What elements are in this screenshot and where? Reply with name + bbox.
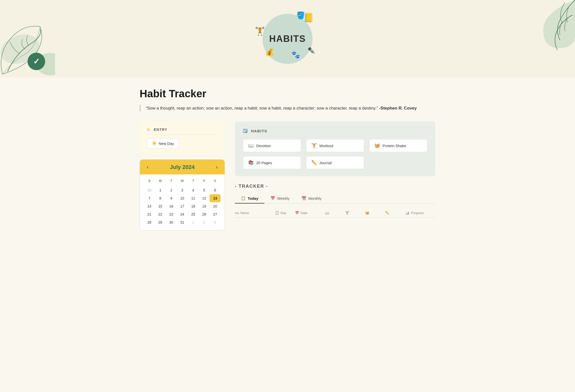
col-progress-icon: 📊	[405, 211, 409, 215]
cal-day-22[interactable]: 22	[155, 210, 166, 218]
habit-workout-button[interactable]: 🏋️ Workout	[306, 139, 364, 152]
left-column: ⛅ ENTRY ☀️ New Day ‹ July 2024 › S	[140, 122, 225, 231]
cal-day-30[interactable]: 30	[166, 218, 177, 226]
calendar-month-year: July 2024	[170, 164, 195, 170]
col-devotion-icon: 📖	[325, 211, 329, 215]
col-date-icon: 📅	[295, 211, 299, 215]
cal-day-26[interactable]: 26	[199, 210, 210, 218]
cal-day-11[interactable]: 11	[188, 194, 199, 202]
pages-icon: 📚	[248, 160, 254, 165]
cal-day-3[interactable]: 3	[177, 186, 188, 194]
cal-day-20[interactable]: 20	[210, 202, 221, 210]
quote-author: -Stephen R. Covey	[379, 106, 417, 111]
cal-day-27[interactable]: 27	[210, 210, 221, 218]
cal-day-29[interactable]: 29	[155, 218, 166, 226]
devotion-label: Devotion	[256, 144, 271, 148]
col-day-label: Day	[280, 211, 286, 215]
cal-day-16[interactable]: 16	[166, 202, 177, 210]
calendar-weekdays: S M T W T F S	[144, 177, 221, 185]
col-protein: 🧺	[365, 211, 385, 215]
cal-day-18[interactable]: 18	[188, 202, 199, 210]
header-banner: ✓ 🪣 📒 🏋️ 💰 🐾 ✒️ HABITS	[0, 0, 575, 78]
cal-day-3-next[interactable]: 3	[210, 218, 221, 226]
cal-day-5[interactable]: 5	[199, 186, 210, 194]
col-date: 📅 Date	[295, 211, 325, 215]
habits-box-header: ☑️ HABITS	[243, 129, 427, 133]
col-journal: ✏️	[385, 211, 405, 215]
cal-day-17[interactable]: 17	[177, 202, 188, 210]
habit-protein-shake-button[interactable]: 🧺 Protein Shake	[369, 139, 427, 152]
habit-devotion-button[interactable]: 📖 Devotion	[243, 139, 301, 152]
journal-icon: ✏️	[311, 160, 317, 165]
tab-weekly[interactable]: 📅 Weekly	[264, 193, 296, 204]
cal-day-14[interactable]: 14	[144, 202, 155, 210]
weekday-s1: S	[144, 177, 155, 185]
habits-grid: 📖 Devotion 🏋️ Workout 🧺 Protein Shake 📚 …	[243, 139, 427, 169]
entry-box: ⛅ ENTRY ☀️ New Day	[140, 122, 225, 154]
tracker-section: - TRACKER - 📋 Today 📅 Weekly 📆 Monthly	[235, 184, 435, 218]
col-protein-icon: 🧺	[365, 211, 369, 215]
new-day-button[interactable]: ☀️ New Day	[147, 138, 179, 148]
cal-day-2[interactable]: 2	[166, 186, 177, 194]
col-name-label: Name	[240, 211, 249, 215]
cal-day-1-next[interactable]: 1	[188, 218, 199, 226]
col-workout: 🏋️	[345, 211, 365, 215]
tab-today[interactable]: 📋 Today	[235, 193, 264, 204]
col-workout-icon: 🏋️	[345, 211, 349, 215]
calendar-body: S M T W T F S 30 1 2 3 4	[140, 174, 225, 230]
quote-block: “Sow a thought, reap an action; sow an a…	[140, 105, 435, 112]
weekday-t2: T	[188, 177, 199, 185]
cal-day-19[interactable]: 19	[199, 202, 210, 210]
cal-day-2-next[interactable]: 2	[199, 218, 210, 226]
paw-icon: 🐾	[291, 51, 300, 59]
leaf-left-decoration	[0, 9, 55, 78]
cal-day-7[interactable]: 7	[144, 194, 155, 202]
check-badge: ✓	[28, 53, 45, 70]
tracker-table-header: Aa Name 📋 Day 📅 Date 📖 🏋	[235, 209, 435, 218]
cal-day-30-prev[interactable]: 30	[144, 186, 155, 194]
entry-header: ⛅ ENTRY	[147, 128, 218, 135]
page-title: Habit Tracker	[140, 88, 435, 100]
right-column: ☑️ HABITS 📖 Devotion 🏋️ Workout 🧺 Protei…	[235, 122, 435, 218]
cal-day-28[interactable]: 28	[144, 218, 155, 226]
weekday-w: W	[177, 177, 188, 185]
calendar-next-button[interactable]: ›	[214, 163, 220, 171]
cal-day-31[interactable]: 31	[177, 218, 188, 226]
cal-day-15[interactable]: 15	[155, 202, 166, 210]
new-day-label: New Day	[159, 141, 174, 146]
cal-day-25[interactable]: 25	[188, 210, 199, 218]
main-content: Habit Tracker “Sow a thought, reap an ac…	[125, 78, 450, 246]
tracker-tabs: 📋 Today 📅 Weekly 📆 Monthly	[235, 193, 435, 204]
cal-day-21[interactable]: 21	[144, 210, 155, 218]
quill-icon: ✒️	[308, 47, 315, 54]
sun-icon: ☀️	[152, 141, 157, 146]
habits-box: ☑️ HABITS 📖 Devotion 🏋️ Workout 🧺 Protei…	[235, 122, 435, 176]
calendar-prev-button[interactable]: ‹	[145, 163, 151, 171]
habits-label: HABITS	[251, 129, 267, 133]
col-day-icon: 📋	[275, 211, 279, 215]
cal-day-1[interactable]: 1	[155, 186, 166, 194]
cloud-icon: ⛅	[147, 128, 151, 132]
col-day: 📋 Day	[275, 211, 295, 215]
cal-day-10[interactable]: 10	[177, 194, 188, 202]
tab-weekly-label: Weekly	[277, 196, 290, 201]
cal-day-13-today[interactable]: 13	[210, 194, 221, 202]
habit-20pages-button[interactable]: 📚 20 Pages	[243, 156, 301, 169]
protein-shake-icon: 🧺	[374, 143, 380, 148]
cal-day-24[interactable]: 24	[177, 210, 188, 218]
cal-day-9[interactable]: 9	[166, 194, 177, 202]
cal-day-4[interactable]: 4	[188, 186, 199, 194]
tab-monthly-icon: 📆	[302, 196, 306, 201]
tracker-title: - TRACKER -	[235, 184, 435, 189]
cal-day-23[interactable]: 23	[166, 210, 177, 218]
cal-day-12[interactable]: 12	[199, 194, 210, 202]
habit-journal-button[interactable]: ✏️ Journal	[306, 156, 364, 169]
weekday-s2: S	[210, 177, 221, 185]
devotion-icon: 📖	[248, 143, 254, 148]
workout-icon: 🏋️	[311, 143, 317, 148]
cal-day-8[interactable]: 8	[155, 194, 166, 202]
tab-monthly[interactable]: 📆 Monthly	[296, 193, 328, 204]
book-icon: 📒	[303, 13, 314, 23]
protein-shake-label: Protein Shake	[382, 144, 406, 148]
cal-day-6[interactable]: 6	[210, 186, 221, 194]
